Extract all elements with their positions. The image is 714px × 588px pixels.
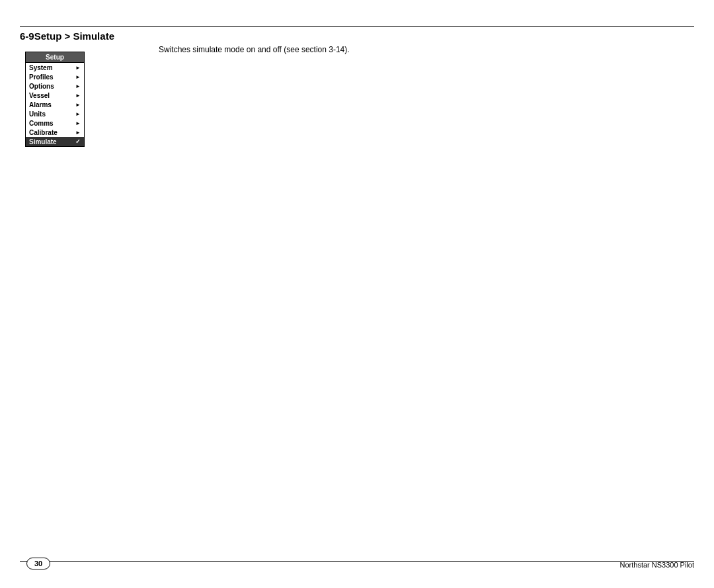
page-number-badge: 30 [26, 558, 50, 569]
menu-item-system-label: System [29, 64, 53, 71]
arrow-icon: ► [75, 74, 81, 80]
menu-item-system[interactable]: System ► [26, 63, 84, 72]
menu-item-comms[interactable]: Comms ► [26, 118, 84, 128]
menu-item-units-label: Units [29, 110, 46, 118]
menu-item-vessel[interactable]: Vessel ► [26, 91, 84, 100]
menu-item-profiles[interactable]: Profiles ► [26, 72, 84, 81]
arrow-icon: ► [75, 120, 81, 126]
arrow-icon: ► [75, 93, 81, 99]
menu-header: Setup [26, 52, 84, 63]
menu-item-vessel-label: Vessel [29, 92, 50, 99]
menu-container: Setup System ► Profiles ► Options ► Vess… [25, 52, 85, 147]
arrow-icon: ► [75, 130, 81, 136]
menu-item-profiles-label: Profiles [29, 73, 54, 81]
arrow-icon: ► [75, 111, 81, 117]
section-number: 6-9 [20, 30, 34, 42]
top-rule [20, 26, 694, 27]
footer-brand: Northstar NS3300 Pilot [620, 561, 695, 569]
menu-item-calibrate[interactable]: Calibrate ► [26, 128, 84, 137]
section-title: Setup > Simulate [34, 30, 114, 42]
description-text: Switches simulate mode on and off (see s… [159, 45, 350, 54]
bottom-rule [20, 561, 694, 562]
menu-item-simulate-label: Simulate [29, 138, 57, 146]
page-number: 30 [34, 560, 42, 567]
menu-item-options-label: Options [29, 83, 54, 90]
arrow-icon: ► [75, 83, 81, 89]
menu-item-alarms[interactable]: Alarms ► [26, 100, 84, 109]
page-heading: 6-9 Setup > Simulate [20, 30, 114, 42]
menu-item-comms-label: Comms [29, 120, 54, 127]
arrow-icon: ► [75, 65, 81, 71]
arrow-icon: ► [75, 102, 81, 108]
menu-item-units[interactable]: Units ► [26, 109, 84, 118]
menu-item-options[interactable]: Options ► [26, 81, 84, 91]
menu-item-calibrate-label: Calibrate [29, 129, 58, 136]
checkmark-icon: ✓ [75, 138, 81, 145]
menu-item-simulate[interactable]: Simulate ✓ [26, 137, 84, 146]
menu-item-alarms-label: Alarms [29, 101, 52, 108]
